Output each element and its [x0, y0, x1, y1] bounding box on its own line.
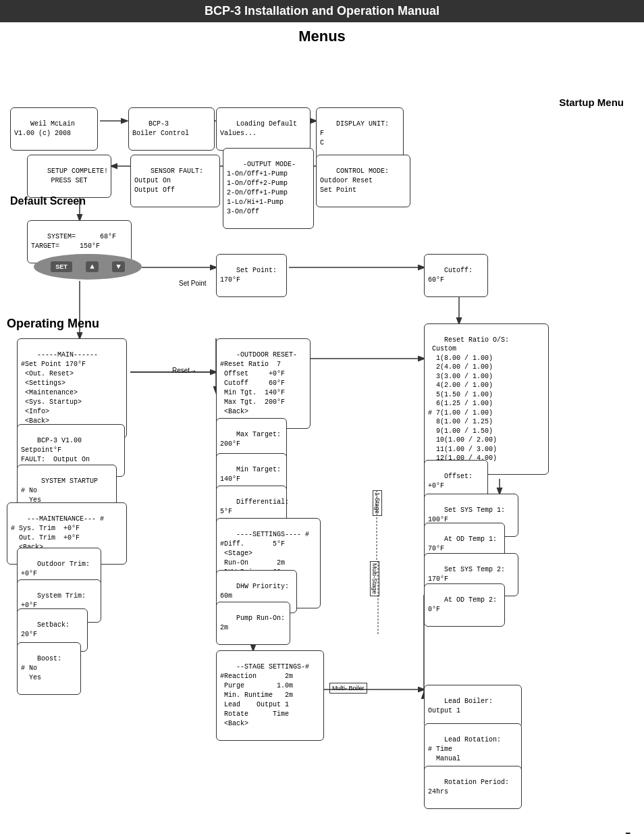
down-arrow-button[interactable]: ▼ — [112, 261, 125, 272]
operating-menu-label: Operating Menu — [7, 317, 99, 331]
stage-settings-box: --STAGE SETTINGS-# #Reaction 2m Purge 1.… — [216, 650, 324, 741]
default-screen-label: Default Screen — [10, 195, 86, 207]
pump-runon-box: Pump Run-On: 2m — [216, 602, 290, 645]
rotation-period-box: Rotation Period: 24hrs — [424, 766, 522, 809]
bcp3-boiler-box: BCP-3 Boiler Control — [128, 107, 215, 151]
up-arrow-button[interactable]: ▲ — [86, 261, 99, 272]
sensor-fault-box: SENSOR FAULT: Output On Output Off — [130, 155, 220, 207]
multi-stage-label: Multi-Stage — [370, 561, 379, 596]
set-button[interactable]: SET — [51, 261, 72, 272]
startup-menu-label: Startup Menu — [559, 97, 624, 108]
weil-mclain-box: Weil McLain V1.00 (c) 2008 — [10, 107, 98, 151]
page-title: Menus — [0, 22, 644, 48]
output-mode-box: -OUTPUT MODE- 1-On/Off+1-Pump 1-On/Off+2… — [223, 148, 314, 229]
header-title: BCP-3 Installation and Operation Manual — [205, 4, 439, 18]
cutoff-box: Cutoff: 60°F — [424, 254, 488, 297]
multi-boiler-label: Multi- Boiler — [329, 683, 367, 694]
at-od-temp2-box: At OD Temp 2: 0°F — [424, 583, 505, 627]
control-mode-box: CONTROL MODE: Outdoor Reset Set Point — [316, 155, 410, 207]
main-menu-box: -----MAIN------ #Set Point 170°F <Out. R… — [17, 338, 127, 438]
setup-complete-box: SETUP COMPLETE! PRESS SET — [27, 155, 111, 198]
outdoor-reset-box: -OUTDOOR RESET- #Reset Ratio 7 Offset +0… — [216, 338, 311, 429]
reset-ratio-os-box: Reset Ratio O/S: Custom 1(8.00 / 1.00) 2… — [424, 323, 549, 475]
lead-boiler-box: Lead Boiler: Output 1 — [424, 685, 522, 728]
reset-label: Reset→ — [172, 367, 196, 374]
loading-defaults-box: Loading Default Values... — [216, 107, 311, 151]
page-header: BCP-3 Installation and Operation Manual — [0, 0, 644, 22]
one-stage-label: 1-Stage — [373, 490, 382, 516]
set-point-label: Set Point — [179, 280, 207, 287]
set-button-area: SET ▲ ▼ — [34, 254, 142, 281]
page-number: 7 — [625, 831, 630, 834]
set-point-box: Set Point: 170°F — [216, 254, 287, 297]
display-unit-box: DISPLAY UNIT: F C — [316, 107, 404, 160]
boost-box: Boost: # No Yes — [17, 642, 81, 695]
